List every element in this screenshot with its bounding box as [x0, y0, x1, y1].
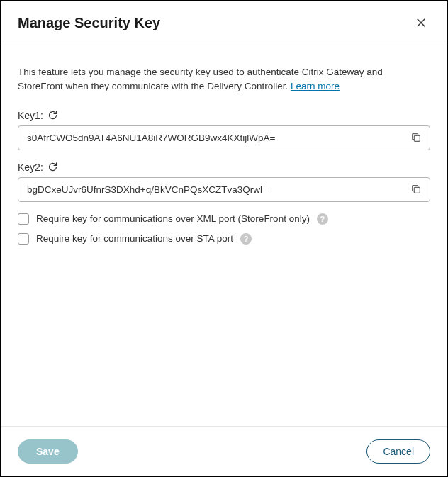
copy-icon: [410, 132, 422, 143]
require-xml-row: Require key for communications over XML …: [18, 213, 430, 225]
save-button[interactable]: Save: [18, 439, 78, 464]
manage-security-key-modal: Manage Security Key This feature lets yo…: [1, 1, 447, 476]
svg-rect-3: [414, 187, 420, 193]
key2-copy-button[interactable]: [408, 181, 425, 198]
key1-label-row: Key1:: [18, 110, 430, 121]
require-xml-label: Require key for communications over XML …: [36, 213, 310, 224]
help-icon[interactable]: ?: [317, 213, 328, 225]
learn-more-link[interactable]: Learn more: [291, 81, 340, 91]
close-button[interactable]: [412, 13, 430, 32]
key2-refresh-button[interactable]: [47, 162, 58, 172]
svg-rect-2: [414, 135, 420, 141]
copy-icon: [410, 184, 422, 195]
cancel-button[interactable]: Cancel: [366, 439, 430, 464]
modal-header: Manage Security Key: [1, 1, 447, 45]
require-xml-checkbox[interactable]: [18, 213, 29, 225]
key2-label: Key2:: [18, 162, 43, 173]
key1-field: [18, 125, 430, 150]
refresh-icon: [47, 162, 58, 172]
key1-refresh-button[interactable]: [47, 110, 58, 120]
key1-label: Key1:: [18, 110, 43, 121]
require-sta-row: Require key for communications over STA …: [18, 233, 430, 245]
require-sta-checkbox[interactable]: [18, 233, 29, 245]
key2-input[interactable]: [18, 177, 430, 202]
key1-copy-button[interactable]: [408, 129, 425, 146]
key2-field: [18, 177, 430, 202]
help-icon[interactable]: ?: [240, 233, 252, 245]
key1-input[interactable]: [18, 125, 430, 150]
modal-content: This feature lets you manage the securit…: [1, 45, 447, 426]
key2-label-row: Key2:: [18, 162, 430, 173]
description-text: This feature lets you manage the securit…: [18, 65, 430, 94]
modal-title: Manage Security Key: [18, 15, 160, 31]
close-icon: [415, 16, 427, 29]
modal-footer: Save Cancel: [1, 426, 447, 476]
refresh-icon: [47, 110, 58, 120]
require-sta-label: Require key for communications over STA …: [36, 233, 233, 244]
